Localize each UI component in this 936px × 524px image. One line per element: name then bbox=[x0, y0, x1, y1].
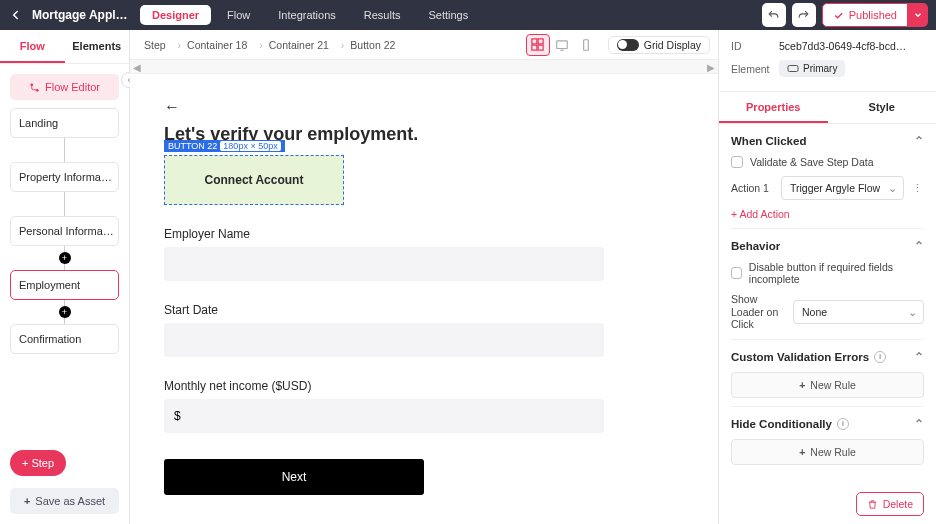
svg-rect-3 bbox=[538, 39, 543, 44]
action1-select[interactable]: Trigger Argyle Flow bbox=[781, 176, 904, 200]
crumb-c18[interactable]: Container 18 bbox=[172, 37, 254, 53]
panel-tab-properties[interactable]: Properties bbox=[719, 92, 828, 123]
section-header-hide[interactable]: Hide Conditionally i ⌃ bbox=[731, 417, 924, 431]
cve-new-rule-button[interactable]: +New Rule bbox=[731, 372, 924, 398]
publish-button[interactable]: Published bbox=[822, 3, 908, 27]
crumb-step[interactable]: Step bbox=[138, 37, 172, 53]
step-connector bbox=[10, 138, 119, 162]
action1-menu-button[interactable]: ⋮ bbox=[910, 182, 924, 195]
step-employment[interactable]: Employment bbox=[10, 270, 119, 300]
button-icon bbox=[787, 64, 799, 73]
publish-label: Published bbox=[849, 9, 897, 21]
redo-button[interactable] bbox=[792, 3, 816, 27]
save-as-asset-button[interactable]: +Save as Asset bbox=[10, 488, 119, 514]
section-header-cve[interactable]: Custom Validation Errors i ⌃ bbox=[731, 350, 924, 364]
svg-point-0 bbox=[30, 83, 33, 86]
validate-checkbox[interactable] bbox=[731, 156, 743, 168]
add-step-inline-icon[interactable]: + bbox=[59, 252, 71, 264]
section-cve: Custom Validation Errors i ⌃ +New Rule bbox=[731, 340, 924, 407]
tab-integrations[interactable]: Integrations bbox=[266, 5, 347, 25]
add-action-link[interactable]: + Add Action bbox=[731, 208, 790, 220]
panel-tab-style[interactable]: Style bbox=[828, 92, 937, 123]
top-nav-tabs: Designer Flow Integrations Results Setti… bbox=[140, 5, 480, 25]
viewport-tablet-button[interactable] bbox=[550, 34, 574, 56]
form-back-button[interactable]: ← bbox=[164, 98, 684, 116]
top-bar: Mortgage Applic… Designer Flow Integrati… bbox=[0, 0, 936, 30]
canvas-toolbar: Step Container 18 Container 21 Button 22… bbox=[130, 30, 718, 60]
step-confirmation[interactable]: Confirmation bbox=[10, 324, 119, 354]
action1-label: Action 1 bbox=[731, 182, 775, 194]
step-landing[interactable]: Landing bbox=[10, 108, 119, 138]
right-panel: ID 5ceb7dd3-0649-4cf8-bcd… Element Prima… bbox=[718, 30, 936, 524]
hide-new-rule-button[interactable]: +New Rule bbox=[731, 439, 924, 465]
id-label: ID bbox=[731, 40, 779, 52]
mobile-icon bbox=[579, 38, 593, 52]
svg-rect-7 bbox=[583, 39, 588, 50]
loader-select[interactable]: None bbox=[793, 300, 924, 324]
svg-rect-2 bbox=[532, 39, 537, 44]
svg-rect-4 bbox=[532, 45, 537, 50]
step-connector[interactable]: + bbox=[10, 300, 119, 324]
arrow-left-icon bbox=[9, 8, 23, 22]
flow-editor-label: Flow Editor bbox=[45, 81, 100, 93]
tab-flow[interactable]: Flow bbox=[215, 5, 262, 25]
sidebar-tab-flow[interactable]: Flow bbox=[0, 30, 65, 63]
crumb-button22[interactable]: Button 22 bbox=[335, 37, 401, 53]
disable-label: Disable button if required fields incomp… bbox=[749, 261, 924, 285]
svg-point-1 bbox=[36, 88, 39, 91]
chevron-down-icon bbox=[913, 10, 923, 20]
next-button[interactable]: Next bbox=[164, 459, 424, 495]
info-icon[interactable]: i bbox=[837, 418, 849, 430]
step-property[interactable]: Property Informa… bbox=[10, 162, 119, 192]
employer-label: Employer Name bbox=[164, 227, 684, 241]
ruler-right-button[interactable]: ▶ bbox=[704, 60, 718, 74]
element-label: Element bbox=[731, 63, 779, 75]
ruler-left-button[interactable]: ◀ bbox=[130, 60, 144, 74]
back-button[interactable] bbox=[8, 7, 24, 23]
section-header-behavior[interactable]: Behavior⌃ bbox=[731, 239, 924, 253]
add-step-button[interactable]: + Step bbox=[10, 450, 66, 476]
info-icon[interactable]: i bbox=[874, 351, 886, 363]
tab-results[interactable]: Results bbox=[352, 5, 413, 25]
redo-icon bbox=[797, 9, 810, 22]
viewport-mobile-button[interactable] bbox=[574, 34, 598, 56]
step-personal[interactable]: Personal Informa… bbox=[10, 216, 119, 246]
undo-icon bbox=[767, 9, 780, 22]
undo-button[interactable] bbox=[762, 3, 786, 27]
app-title: Mortgage Applic… bbox=[32, 8, 128, 22]
grid-display-toggle[interactable]: Grid Display bbox=[608, 36, 710, 54]
sidebar-tab-elements[interactable]: Elements bbox=[65, 30, 130, 63]
step-connector bbox=[10, 192, 119, 216]
trash-icon bbox=[867, 499, 878, 510]
loader-label: Show Loader on Click bbox=[731, 293, 787, 331]
income-input[interactable] bbox=[164, 399, 604, 433]
delete-button[interactable]: Delete bbox=[856, 492, 924, 516]
tablet-icon bbox=[555, 38, 569, 52]
element-type-chip[interactable]: Primary bbox=[779, 60, 845, 77]
svg-rect-5 bbox=[538, 45, 543, 50]
disable-checkbox-row: Disable button if required fields incomp… bbox=[731, 261, 924, 285]
step-connector[interactable]: + bbox=[10, 246, 119, 270]
connect-account-button[interactable]: Connect Account bbox=[164, 155, 344, 205]
selected-element-wrapper[interactable]: BUTTON 22 180px × 50px Connect Account bbox=[164, 155, 344, 205]
canvas-ruler: ◀ ▶ bbox=[130, 60, 718, 74]
id-value: 5ceb7dd3-0649-4cf8-bcd… bbox=[779, 40, 924, 52]
viewport-desktop-button[interactable] bbox=[526, 34, 550, 56]
canvas[interactable]: ← Let's verify your employment. BUTTON 2… bbox=[130, 74, 718, 524]
tab-designer[interactable]: Designer bbox=[140, 5, 211, 25]
employer-input[interactable] bbox=[164, 247, 604, 281]
disable-checkbox[interactable] bbox=[731, 267, 742, 279]
crumb-c21[interactable]: Container 21 bbox=[253, 37, 335, 53]
check-icon bbox=[833, 10, 844, 21]
section-header-when-clicked[interactable]: When Clicked⌃ bbox=[731, 134, 924, 148]
start-date-input[interactable] bbox=[164, 323, 604, 357]
svg-rect-6 bbox=[557, 40, 568, 48]
svg-rect-8 bbox=[788, 66, 798, 72]
validate-label: Validate & Save Step Data bbox=[750, 156, 874, 168]
section-when-clicked: When Clicked⌃ Validate & Save Step Data … bbox=[731, 124, 924, 229]
flow-editor-button[interactable]: Flow Editor bbox=[10, 74, 119, 100]
tab-settings[interactable]: Settings bbox=[416, 5, 480, 25]
canvas-area: Step Container 18 Container 21 Button 22… bbox=[130, 30, 718, 524]
publish-dropdown[interactable] bbox=[908, 3, 928, 27]
add-step-inline-icon[interactable]: + bbox=[59, 306, 71, 318]
